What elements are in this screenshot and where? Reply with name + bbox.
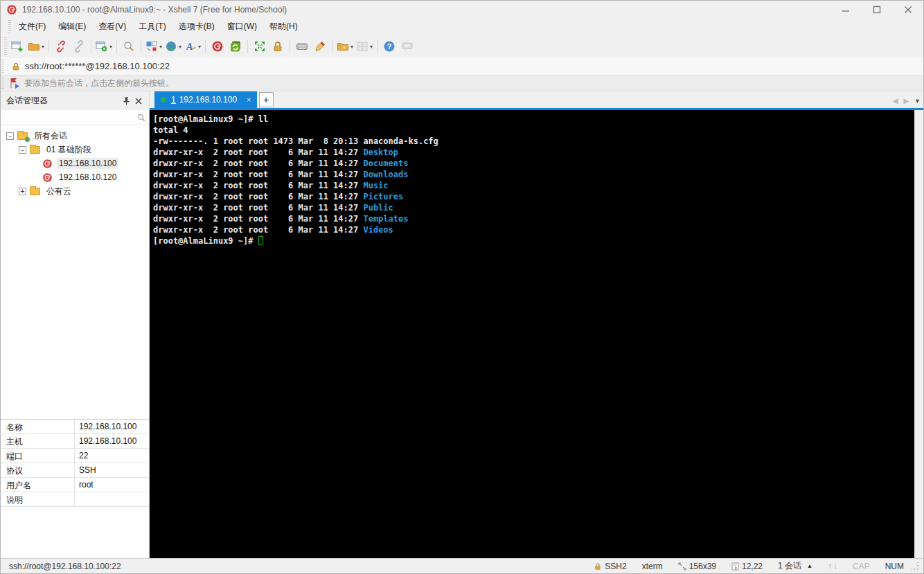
reconnect-button[interactable] [70, 37, 88, 55]
tree-item--[interactable]: -所有会话 [1, 129, 149, 143]
session-properties-panel: 名称192.168.10.100主机192.168.10.100端口22协议SS… [1, 419, 149, 558]
directory-name: Public [363, 203, 393, 213]
session-search-row [1, 110, 149, 125]
lock-icon [594, 562, 602, 571]
tile-view-button[interactable]: ▾ [355, 37, 374, 55]
address-url[interactable]: ssh://root:******@192.168.10.100:22 [25, 61, 170, 71]
tree-item-label: 01 基础阶段 [44, 143, 94, 156]
layout-button[interactable]: ▾ [144, 37, 163, 55]
disconnect-button[interactable] [52, 37, 70, 55]
terminal-screen[interactable]: [root@AlmaLinux9 ~]# lltotal 4-rw-------… [150, 110, 914, 558]
terminal-line: drwxr-xr-x 2 root root 6 Mar 11 14:27 Pi… [153, 191, 914, 202]
property-row: 协议SSH [1, 463, 149, 478]
directory-name: Desktop [363, 147, 398, 157]
tile-view-icon [356, 40, 368, 53]
session-tree: -所有会话-01 基础阶段192.168.10.100192.168.10.12… [1, 125, 149, 419]
status-protocol: SSH2 [594, 562, 626, 571]
property-value: SSH [75, 463, 149, 477]
toolbar-separator [48, 39, 49, 53]
font-button[interactable]: A▾ [183, 37, 202, 55]
menu-item[interactable]: 帮助(H) [263, 19, 304, 35]
session-properties-button[interactable]: ▾ [94, 37, 114, 55]
terminal-scrollbar[interactable] [914, 110, 923, 558]
web-button[interactable]: ▾ [163, 37, 183, 55]
chat-bubble-icon [401, 40, 414, 53]
new-session-icon [11, 40, 24, 53]
tab-number: 1 [171, 95, 176, 105]
resize-grip[interactable] [911, 562, 919, 571]
search-icon [136, 113, 146, 123]
session-properties-icon [96, 40, 108, 53]
expand-icon[interactable]: + [19, 188, 26, 195]
tree-item-label: 所有会话 [32, 129, 69, 143]
resize-icon [678, 562, 686, 571]
terminal-line: -rw-------. 1 root root 1473 Mar 8 20:13… [153, 136, 914, 147]
collapse-icon[interactable]: - [19, 146, 26, 154]
terminal-line: total 4 [153, 125, 914, 136]
font-icon: A [184, 40, 197, 53]
property-row: 端口22 [1, 449, 149, 463]
fullscreen-button[interactable] [251, 37, 269, 55]
tree-item-label: 公有云 [44, 185, 73, 198]
address-bar[interactable]: ssh://root:******@192.168.10.100:22 [1, 57, 923, 75]
property-label: 名称 [1, 420, 75, 433]
maximize-button[interactable] [861, 1, 892, 18]
new-session-folder-button[interactable]: ▾ [335, 37, 355, 55]
status-connection-url: ssh://root@192.168.10.100:22 [9, 562, 578, 571]
directory-name: Music [363, 181, 388, 190]
collapse-icon[interactable]: - [6, 132, 14, 140]
tree-item-01-[interactable]: -01 基础阶段 [1, 143, 149, 156]
open-session-folder-button[interactable]: ▾ [26, 37, 46, 55]
xshell-button[interactable] [208, 37, 226, 55]
tab-session-192-168-10-100[interactable]: 1 192.168.10.100 × [154, 91, 257, 108]
find-button[interactable] [120, 37, 138, 55]
chevron-down-icon: ▾ [198, 44, 201, 50]
tab-scroll-left-icon[interactable]: ◀ [893, 97, 898, 105]
lock-button[interactable] [269, 37, 287, 55]
status-terminal-type-label: xterm [642, 562, 663, 571]
terminal-line: [root@AlmaLinux9 ~]# [153, 235, 914, 246]
menu-item[interactable]: 编辑(E) [52, 19, 92, 35]
status-session-count[interactable]: 1 会话 ▲ [778, 560, 812, 572]
session-manager-title: 会话管理器 [6, 95, 120, 107]
help-button[interactable]: ? [380, 37, 398, 55]
session-dropup-icon[interactable]: ▲ [807, 563, 812, 569]
svg-text:?: ? [387, 42, 392, 51]
menu-item[interactable]: 窗口(W) [221, 19, 263, 35]
session-icon [42, 172, 53, 182]
feedback-button[interactable] [398, 37, 416, 55]
new-session-button[interactable] [8, 37, 26, 55]
minimize-button[interactable] [830, 1, 861, 18]
scroll-down-icon[interactable]: ↓ [833, 562, 837, 571]
menu-item[interactable]: 查看(V) [92, 19, 132, 35]
toolbar-separator [377, 39, 377, 53]
toolbar-separator [205, 39, 206, 53]
cursor-position-icon [731, 562, 739, 571]
tree-item-192.168.10.120[interactable]: 192.168.10.120 [1, 170, 149, 184]
session-search-input[interactable] [3, 111, 136, 124]
close-panel-button[interactable] [132, 95, 145, 107]
tree-item--[interactable]: +公有云 [1, 184, 149, 198]
xftp-button[interactable] [226, 37, 245, 55]
close-button[interactable] [892, 1, 923, 18]
scroll-up-icon[interactable]: ↑ [828, 562, 832, 571]
tab-list-dropdown-icon[interactable]: ▼ [914, 98, 921, 105]
pin-button[interactable] [120, 95, 132, 107]
addressbar-grip [1, 60, 4, 73]
toolbar-separator [247, 39, 248, 53]
terminal-line: drwxr-xr-x 2 root root 6 Mar 11 14:27 Mu… [153, 180, 914, 191]
svg-text:A: A [186, 42, 193, 52]
property-value: 22 [75, 449, 149, 463]
menu-item[interactable]: 选项卡(B) [172, 19, 221, 35]
menu-item[interactable]: 文件(F) [12, 19, 52, 35]
highlight-pen-icon [314, 40, 326, 53]
property-label: 用户名 [1, 478, 75, 492]
tree-item-192.168.10.100[interactable]: 192.168.10.100 [1, 156, 149, 170]
new-tab-button[interactable]: + [259, 92, 274, 107]
menu-item[interactable]: 工具(T) [132, 19, 172, 35]
highlight-pen-button[interactable] [311, 37, 329, 55]
bookmark-flag-icon [10, 78, 20, 89]
tab-close-icon[interactable]: × [247, 96, 251, 104]
tab-scroll-right-icon[interactable]: ▶ [903, 97, 909, 105]
virtual-keyboard-button[interactable] [293, 37, 311, 55]
